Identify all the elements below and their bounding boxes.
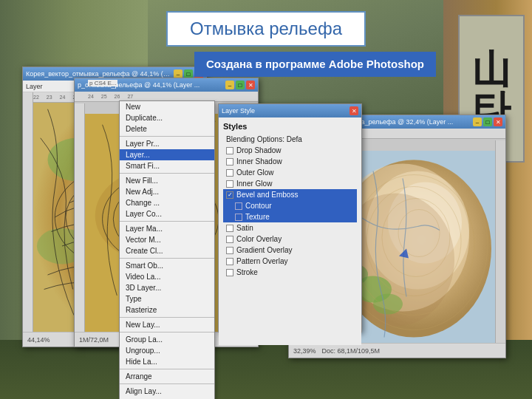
menu-item-layer-ma[interactable]: Layer Ma... [120, 223, 214, 234]
ls-satin[interactable]: Satin [223, 222, 357, 233]
close-btn-3[interactable]: ✕ [349, 106, 358, 115]
ls-stroke-cb[interactable] [226, 269, 233, 276]
ls-blending-text: Blending Options: Defa [226, 135, 302, 143]
cs4-label: р CS4 E... [88, 80, 117, 86]
menu-sep-1 [120, 136, 214, 137]
titlebar-3: Layer Style ✕ [219, 104, 361, 117]
menu-item-new-fill[interactable]: New Fill... [120, 175, 214, 186]
menu-item-align-lay[interactable]: Align Lay... [120, 386, 214, 397]
ls-pattern-overlay[interactable]: Pattern Overlay [223, 256, 357, 267]
context-menu[interactable]: New Duplicate... Delete Layer Pr... Laye… [119, 100, 215, 399]
menu-item-change[interactable]: Change ... [120, 197, 214, 208]
ls-bevel-emboss-cb[interactable]: ✓ [226, 191, 233, 199]
ls-drop-shadow-cb[interactable] [226, 147, 233, 154]
menu-sep-2 [120, 173, 214, 174]
page-title: Отмывка рельефа [190, 18, 342, 38]
ls-texture-cb[interactable] [235, 214, 242, 221]
minimize-btn-2[interactable]: – [225, 81, 234, 89]
menu-item-ungroup[interactable]: Ungroup... [120, 345, 214, 356]
ls-contour-cb[interactable] [235, 202, 242, 210]
maximize-btn-4[interactable]: □ [483, 117, 492, 126]
close-btn-2[interactable]: ✕ [246, 81, 255, 89]
ruler-v-2 [75, 103, 85, 332]
ls-gradient-overlay[interactable]: Gradient Overlay [223, 245, 357, 256]
layer-style-panel: Styles Blending Options: Defa Drop Shado… [219, 117, 361, 345]
minimize-btn-4[interactable]: – [473, 117, 482, 126]
korean-char-1: 山 [472, 50, 511, 89]
side-toolbar-4 [495, 140, 505, 343]
ls-color-overlay-cb[interactable] [226, 236, 233, 243]
ls-inner-shadow-cb[interactable] [226, 158, 233, 166]
menu-sep-8 [120, 383, 214, 384]
menu-item-layer-co[interactable]: Layer Co... [120, 208, 214, 219]
menu-sep-6 [120, 332, 214, 332]
ruler-v-1 [23, 92, 33, 332]
ls-outer-glow-cb[interactable] [226, 169, 233, 177]
zoom-1: 44,14% [27, 336, 50, 344]
menu-item-layer[interactable]: Layer... [120, 149, 214, 160]
menu-item-layer-pr[interactable]: Layer Pr... [120, 138, 214, 149]
titlebar-3-text: Layer Style [222, 107, 348, 115]
titlebar-1-text: Корея_вектор_отмывка_рельефа @ 44,1% (La… [26, 70, 172, 78]
doc-size-2: 1M/72,0M [79, 336, 109, 344]
close-btn-4[interactable]: ✕ [494, 117, 502, 126]
menu-item-video-la[interactable]: Video La... [120, 271, 214, 282]
menu-item-arrange[interactable]: Arrange [120, 371, 214, 382]
menu-layer[interactable]: Layer [26, 83, 43, 90]
layer-style-window[interactable]: Layer Style ✕ Styles Blending Options: D… [218, 103, 362, 332]
ls-gradient-overlay-cb[interactable] [226, 247, 233, 254]
menu-item-group-la[interactable]: Group La... [120, 334, 214, 345]
menu-item-3d-layer[interactable]: 3D Layer... [120, 282, 214, 293]
menu-sep-3 [120, 221, 214, 222]
menu-sep-5 [120, 317, 214, 318]
menu-item-delete[interactable]: Delete [120, 123, 214, 134]
maximize-btn-2[interactable]: □ [236, 81, 245, 89]
menu-item-smart-ob[interactable]: Smart Ob... [120, 260, 214, 271]
ls-color-overlay[interactable]: Color Overlay [223, 233, 357, 245]
ls-inner-glow[interactable]: Inner Glow [223, 178, 357, 189]
ls-texture[interactable]: Texture [223, 211, 357, 222]
ls-styles-label: Styles [223, 122, 357, 131]
zoom-4: 32,39% [293, 347, 316, 355]
menu-item-create-cl[interactable]: Create Cl... [120, 245, 214, 256]
svg-point-25 [373, 294, 403, 315]
menu-sep-7 [120, 369, 214, 369]
subtitle-text: Создана в программе Adobe Photoshop [206, 58, 424, 70]
menu-sep-4 [120, 258, 214, 259]
ls-bevel-emboss[interactable]: ✓ Bevel and Emboss [223, 189, 357, 200]
menu-item-new[interactable]: New [120, 101, 214, 112]
menu-item-vector-m[interactable]: Vector M... [120, 234, 214, 245]
menu-item-duplicate[interactable]: Duplicate... [120, 112, 214, 123]
subtitle-box: Создана в программе Adobe Photoshop [194, 52, 436, 77]
menu-item-hide-la[interactable]: Hide La... [120, 356, 214, 367]
ls-drop-shadow[interactable]: Drop Shadow [223, 145, 357, 156]
menu-item-new-adj[interactable]: New Adj... [120, 186, 214, 197]
menu-item-rasterize[interactable]: Rasterize [120, 304, 214, 316]
ls-inner-glow-cb[interactable] [226, 180, 233, 188]
ls-blending[interactable]: Blending Options: Defa [223, 134, 357, 145]
ls-pattern-overlay-cb[interactable] [226, 258, 233, 265]
ls-contour[interactable]: Contour [223, 200, 357, 211]
title-box: Отмывка рельефа [166, 11, 366, 47]
menu-item-new-lay[interactable]: New Lay... [120, 319, 214, 330]
statusbar-4: 32,39% Doc: 68,1M/109,5M [289, 343, 505, 358]
doc-size-4: Doc: 68,1M/109,5M [322, 347, 381, 355]
ls-inner-shadow[interactable]: Inner Shadow [223, 156, 357, 167]
ls-outer-glow[interactable]: Outer Glow [223, 167, 357, 178]
menu-item-type[interactable]: Type [120, 293, 214, 304]
ls-stroke[interactable]: Stroke [223, 267, 357, 278]
ls-satin-cb[interactable] [226, 225, 233, 232]
menu-item-smart-fi[interactable]: Smart Fi... [120, 160, 214, 171]
